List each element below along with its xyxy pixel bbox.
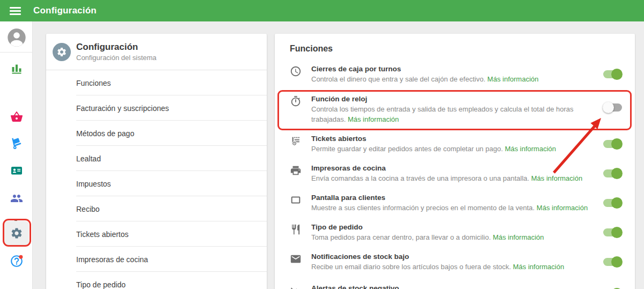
feature-description: Controla el dinero que entra y sale del … [311,74,601,84]
toggle-funcion-reloj[interactable] [603,102,623,113]
feature-title: Tipo de pedido [311,223,601,232]
stopwatch-icon [290,94,311,107]
feature-row-notificaciones-stock: Notificaciones de stock bajo Recibe un e… [290,252,623,272]
inventory-dolly-icon [10,136,24,150]
toggle-impresoras-cocina[interactable] [603,168,623,179]
sidebar-item-items[interactable] [0,110,33,123]
settings-gear-icon [10,227,23,240]
settings-menu-header: Configuración Configuración del sistema [46,34,267,70]
menu-item-metodos-pago[interactable]: Métodos de pago [46,121,267,146]
customers-card-icon [10,164,23,177]
mas-informacion-link[interactable]: Más información [513,263,564,271]
menu-hamburger-icon[interactable] [0,0,30,21]
printer-icon [290,164,311,176]
feature-description: Controla los tiempos de entrada y salida… [311,104,601,124]
settings-circle-gear-icon [53,43,71,61]
feature-title: Alertas de stock negativo [311,284,601,289]
toggle-tickets-abiertos[interactable] [603,138,623,150]
toggle-cierres-caja[interactable] [603,69,623,80]
feature-description: Muestre a sus clientes información y pre… [311,203,601,213]
menu-item-tickets-abiertos[interactable]: Tickets abiertos [46,221,267,247]
sidebar-rail [0,21,33,289]
feature-description: Permite guardar y editar pedidos antes d… [311,144,601,154]
open-tickets-icon [290,134,311,147]
items-basket-icon [10,110,23,123]
mas-informacion-link[interactable]: Más información [348,115,399,123]
toggle-tipo-pedido[interactable] [603,227,623,238]
sidebar-item-reports[interactable] [0,62,33,75]
feature-title: Cierres de caja por turnos [311,64,601,74]
mas-informacion-link[interactable]: Más información [487,75,538,83]
toggle-notificaciones-stock[interactable] [603,256,623,268]
functions-title: Funciones [290,44,333,54]
feature-row-impresoras-cocina: Impresoras de cocina Envía comandas a la… [290,164,623,183]
feature-row-cierres-caja: Cierres de caja por turnos Controla el d… [290,64,623,84]
settings-menu-title: Configuración [76,42,138,53]
feature-title: Notificaciones de stock bajo [311,252,601,262]
feature-description: Toma pedidos para cenar dentro, para lle… [311,232,601,242]
settings-menu-subtitle: Configuración del sistema [76,54,157,62]
app-bar: Configuración [0,0,644,21]
feature-description: Envía comandas a la cocina a través de u… [311,173,601,183]
sidebar-item-employees[interactable] [0,192,33,205]
help-icon [10,254,24,268]
rail-divider [0,52,33,53]
page-title: Configuración [33,5,97,16]
feature-row-pantalla-clientes: Pantalla para clientes Muestre a sus cli… [290,193,623,213]
feature-title: Impresoras de cocina [311,164,601,173]
menu-item-tipo-pedido[interactable]: Tipo de pedido [46,272,267,289]
toggle-pantalla-clientes[interactable] [603,197,623,209]
feature-row-funcion-reloj: Función de reloj Controla los tiempos de… [290,94,623,124]
feature-title: Tickets abiertos [311,134,601,144]
sidebar-item-settings[interactable] [0,227,33,240]
employees-icon [10,192,23,205]
dining-icon [290,223,311,235]
feature-row-alertas-stock: Alertas de stock negativo [290,284,623,289]
menu-item-impuestos[interactable]: Impuestos [46,171,267,196]
feature-row-tipo-pedido: Tipo de pedido Toma pedidos para cenar d… [290,223,623,242]
mas-informacion-link[interactable]: Más información [493,233,544,241]
menu-item-funciones[interactable]: Funciones [46,70,267,95]
feature-row-tickets-abiertos: Tickets abiertos Permite guardar y edita… [290,134,623,154]
feature-title: Función de reloj [311,94,601,104]
mas-informacion-link[interactable]: Más información [531,174,582,182]
settings-menu-card: Configuración Configuración del sistema … [46,34,267,289]
menu-item-impresoras[interactable]: Impresoras de cocina [46,247,267,272]
feature-title: Pantalla para clientes [311,193,601,203]
menu-item-recibo[interactable]: Recibo [46,196,267,221]
sidebar-item-profile[interactable] [0,27,33,48]
reports-chart-icon [10,62,23,75]
sidebar-item-help[interactable] [0,254,33,268]
mas-informacion-link[interactable]: Más información [537,204,588,212]
functions-card: Funciones Cierres de caja por turnos Con… [275,34,635,289]
menu-item-facturacion[interactable]: Facturación y suscripciones [46,95,267,121]
menu-item-lealtad[interactable]: Lealtad [46,146,267,171]
account-icon [6,27,27,48]
feature-description: Recibe un email diario sobre los artícul… [311,262,601,272]
clock-icon [290,64,311,77]
settings-menu-list: Funciones Facturación y suscripciones Mé… [46,70,267,289]
sidebar-item-customers[interactable] [0,164,33,177]
customer-display-icon [290,193,311,206]
sidebar-item-inventory[interactable] [0,136,33,150]
negative-stock-icon [290,284,311,289]
email-icon [290,252,311,265]
mas-informacion-link[interactable]: Más información [505,145,556,153]
